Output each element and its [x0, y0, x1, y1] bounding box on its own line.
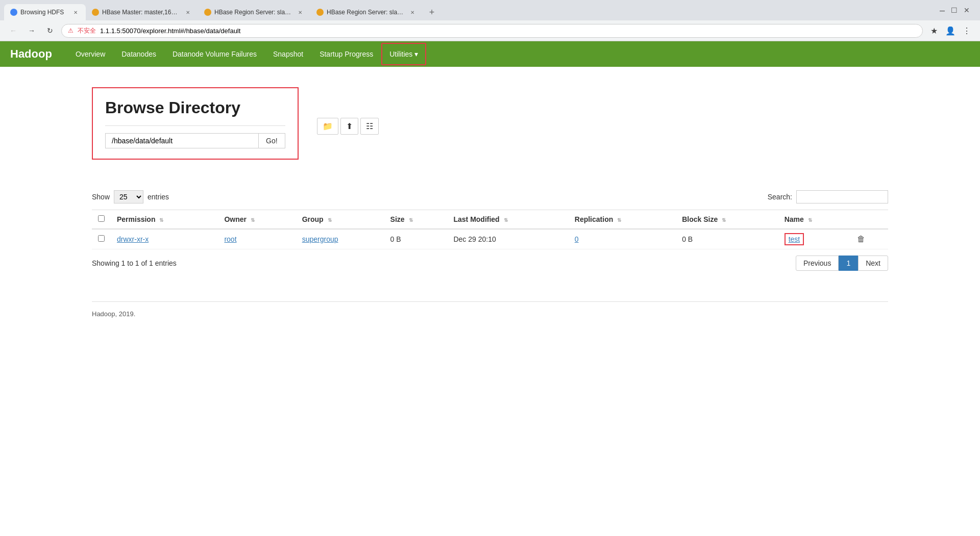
- hadoop-brand: Hadoop: [10, 47, 52, 61]
- col-name[interactable]: Name ⇅: [778, 210, 851, 229]
- col-last-modified[interactable]: Last Modified ⇅: [447, 210, 568, 229]
- upload-button[interactable]: ⬆: [340, 118, 358, 135]
- path-input[interactable]: [105, 133, 258, 148]
- col-actions: [851, 210, 888, 229]
- nav-item-snapshot[interactable]: Snapshot: [265, 43, 311, 65]
- col-permission[interactable]: Permission ⇅: [111, 210, 218, 229]
- close-window-button[interactable]: ✕: [964, 6, 970, 14]
- show-label: Show: [92, 193, 110, 201]
- tab-hbase-master[interactable]: HBase Master: master,16000,1 ✕: [86, 4, 198, 20]
- page-1-button[interactable]: 1: [839, 256, 858, 271]
- sort-block-size-icon: ⇅: [722, 217, 726, 223]
- menu-button[interactable]: ⋮: [960, 23, 974, 38]
- browse-folder-button[interactable]: 📁: [317, 118, 338, 135]
- col-owner[interactable]: Owner ⇅: [218, 210, 296, 229]
- next-button[interactable]: Next: [858, 256, 888, 271]
- col-block-size[interactable]: Block Size ⇅: [676, 210, 778, 229]
- group-link[interactable]: supergroup: [302, 235, 338, 243]
- table-header: Permission ⇅ Owner ⇅ Group ⇅ Size ⇅ Last…: [92, 210, 888, 229]
- row-permission: drwxr-xr-x: [111, 229, 218, 249]
- sort-owner-icon: ⇅: [251, 217, 255, 223]
- address-input[interactable]: [100, 27, 916, 35]
- footer: Hadoop, 2019.: [92, 301, 888, 318]
- replication-link[interactable]: 0: [575, 235, 579, 243]
- security-warning-icon: ⚠: [68, 27, 74, 34]
- tab-label-2: HBase Master: master,16000,1: [102, 9, 181, 16]
- forward-button[interactable]: →: [24, 23, 39, 38]
- col-size[interactable]: Size ⇅: [384, 210, 448, 229]
- tab-hbase-region-slave1[interactable]: HBase Region Server: slave1 ✕: [198, 4, 310, 20]
- nav-item-startup-progress[interactable]: Startup Progress: [311, 43, 381, 65]
- new-folder-button[interactable]: ☷: [360, 118, 379, 135]
- go-button[interactable]: Go!: [258, 133, 285, 148]
- back-button[interactable]: ←: [6, 23, 20, 38]
- tab-close-4[interactable]: ✕: [408, 8, 416, 16]
- row-checkbox-cell: [92, 229, 111, 249]
- previous-button[interactable]: Previous: [796, 256, 839, 271]
- new-tab-button[interactable]: +: [425, 5, 439, 19]
- hadoop-navbar: Hadoop Overview Datanodes Datanode Volum…: [0, 41, 980, 67]
- nav-item-datanodes[interactable]: Datanodes: [113, 43, 164, 65]
- insecure-label: 不安全: [78, 27, 96, 35]
- row-size: 0 B: [384, 229, 448, 249]
- bookmark-button[interactable]: ★: [927, 23, 941, 38]
- tab-close-2[interactable]: ✕: [184, 8, 192, 16]
- row-group: supergroup: [296, 229, 384, 249]
- name-link[interactable]: test: [785, 233, 804, 245]
- row-name: test: [778, 229, 851, 249]
- owner-link[interactable]: root: [224, 235, 236, 243]
- tab-hbase-region-slave2[interactable]: HBase Region Server: slave2 ✕: [310, 4, 423, 20]
- main-content: Browse Directory Go! 📁 ⬆ ☷ Show 10 25 50…: [0, 67, 980, 338]
- sort-last-modified-icon: ⇅: [504, 217, 508, 223]
- row-replication: 0: [569, 229, 676, 249]
- address-bar-row: ← → ↻ ⚠ 不安全 ★ 👤 ⋮: [0, 20, 980, 41]
- tab-favicon-1: [10, 9, 17, 16]
- row-checkbox[interactable]: [98, 235, 105, 242]
- show-entries: Show 10 25 50 100 entries: [92, 190, 169, 203]
- delete-icon[interactable]: 🗑: [857, 235, 865, 243]
- tab-favicon-4: [316, 9, 324, 16]
- hadoop-nav-items: Overview Datanodes Datanode Volume Failu…: [67, 43, 426, 65]
- tab-label-1: Browsing HDFS: [20, 9, 68, 16]
- row-owner: root: [218, 229, 296, 249]
- toolbar-right: ★ 👤 ⋮: [927, 23, 974, 38]
- entries-select[interactable]: 10 25 50 100: [114, 190, 143, 203]
- path-row: Go!: [105, 133, 285, 148]
- tab-label-3: HBase Region Server: slave1: [214, 9, 293, 16]
- search-input[interactable]: [796, 190, 888, 203]
- nav-item-overview[interactable]: Overview: [67, 43, 113, 65]
- sort-name-icon: ⇅: [808, 217, 812, 223]
- maximize-button[interactable]: ☐: [951, 6, 958, 14]
- tab-close-1[interactable]: ✕: [71, 8, 80, 16]
- table-controls: Show 10 25 50 100 entries Search:: [92, 190, 888, 203]
- page-title: Browse Directory: [105, 98, 285, 117]
- permission-link[interactable]: drwxr-xr-x: [117, 235, 149, 243]
- nav-item-datanode-volume-failures[interactable]: Datanode Volume Failures: [164, 43, 265, 65]
- directory-table: Permission ⇅ Owner ⇅ Group ⇅ Size ⇅ Last…: [92, 210, 888, 249]
- nav-item-utilities[interactable]: Utilities ▾: [381, 43, 426, 65]
- tab-browsing-hdfs[interactable]: Browsing HDFS ✕: [4, 4, 86, 20]
- address-bar[interactable]: ⚠ 不安全: [61, 24, 923, 38]
- showing-text: Showing 1 to 1 of 1 entries: [92, 259, 177, 267]
- tab-close-3[interactable]: ✕: [296, 8, 304, 16]
- col-group[interactable]: Group ⇅: [296, 210, 384, 229]
- browse-directory-box: Browse Directory Go!: [92, 87, 299, 160]
- search-label: Search:: [768, 193, 792, 201]
- tab-favicon-2: [92, 9, 99, 16]
- sort-size-icon: ⇅: [409, 217, 413, 223]
- select-all-checkbox[interactable]: [98, 215, 105, 222]
- refresh-button[interactable]: ↻: [43, 23, 57, 38]
- tab-bar: Browsing HDFS ✕ HBase Master: master,160…: [0, 0, 980, 20]
- pagination-row: Showing 1 to 1 of 1 entries Previous 1 N…: [92, 256, 888, 271]
- profile-button[interactable]: 👤: [943, 23, 958, 38]
- tab-label-4: HBase Region Server: slave2: [327, 9, 405, 16]
- row-last-modified: Dec 29 20:10: [447, 229, 568, 249]
- footer-text: Hadoop, 2019.: [92, 310, 135, 318]
- table-body: drwxr-xr-x root supergroup 0 B Dec 29 20…: [92, 229, 888, 249]
- row-block-size: 0 B: [676, 229, 778, 249]
- pagination: Previous 1 Next: [796, 256, 888, 271]
- col-replication[interactable]: Replication ⇅: [569, 210, 676, 229]
- minimize-button[interactable]: –: [940, 5, 945, 16]
- search-box: Search:: [768, 190, 888, 203]
- browser-chrome: Browsing HDFS ✕ HBase Master: master,160…: [0, 0, 980, 41]
